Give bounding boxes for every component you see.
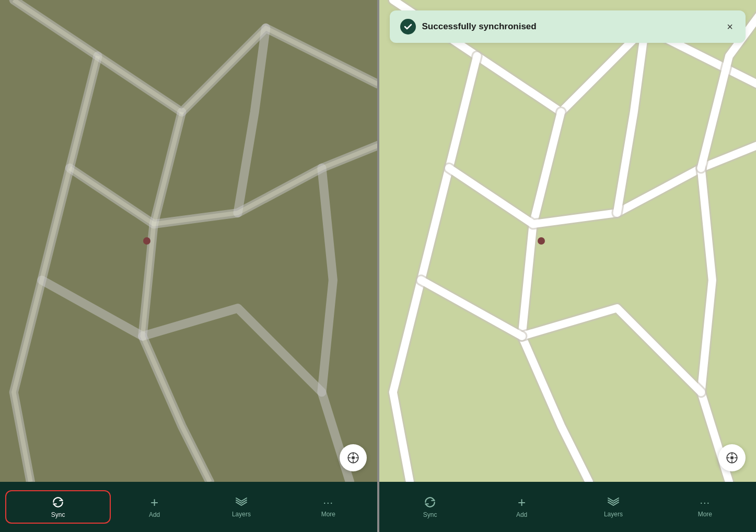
right-nav-sync[interactable]: Sync [385,490,476,524]
right-nav-more[interactable]: ··· More [659,491,751,523]
left-map [0,0,377,482]
left-nav-sync[interactable]: Sync [5,490,111,524]
right-more-label: More [698,511,712,518]
left-more-label: More [321,511,335,518]
location-dot-right [538,237,545,245]
add-icon-left: + [150,495,158,509]
svg-point-8 [731,457,733,459]
svg-point-1 [352,457,354,459]
more-icon-right: ··· [700,496,710,508]
left-screen: Sync + Add Layers ··· More [0,0,377,532]
right-nav-add[interactable]: + Add [476,490,567,524]
left-nav-layers[interactable]: Layers [198,491,285,523]
layers-icon-left [235,496,248,508]
left-sync-label: Sync [51,511,65,518]
layers-icon-right [607,496,620,508]
compass-icon-left [346,451,360,465]
right-screen: Successfully synchronised × [379,0,757,532]
more-icon-left: ··· [323,496,333,508]
right-add-label: Add [516,511,527,518]
success-check-icon [400,19,416,34]
notification-close-button[interactable]: × [725,19,735,34]
left-nav-more[interactable]: ··· More [285,491,371,523]
add-icon-right: + [518,495,526,509]
left-layers-label: Layers [232,511,251,518]
compass-button-left[interactable] [340,444,367,471]
right-map: Successfully synchronised × [379,0,757,482]
left-add-label: Add [149,511,160,518]
right-sync-label: Sync [423,511,437,518]
sync-icon-left [51,495,65,509]
left-map-roads [0,0,377,482]
compass-button-right[interactable] [718,444,746,471]
left-nav-add[interactable]: + Add [111,490,197,524]
right-nav-layers[interactable]: Layers [567,491,659,523]
right-nav-bar: Sync + Add Layers ··· More [379,482,757,532]
location-dot-left [143,237,150,245]
notification-text: Successfully synchronised [422,21,719,32]
compass-icon-right [725,451,739,465]
left-nav-bar: Sync + Add Layers ··· More [0,482,377,532]
success-notification: Successfully synchronised × [390,10,746,43]
right-map-roads [379,0,757,482]
right-layers-label: Layers [604,511,623,518]
checkmark-icon [404,22,412,31]
sync-icon-right [423,495,437,509]
